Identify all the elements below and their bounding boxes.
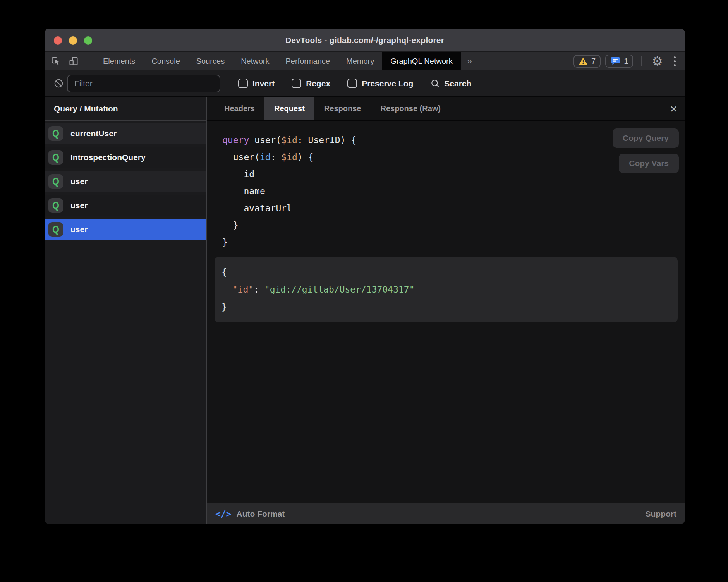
warning-count: 7 bbox=[591, 57, 596, 66]
query-type-badge: Q bbox=[48, 126, 63, 141]
query-name-label: user bbox=[70, 177, 88, 186]
search-toggle[interactable]: Search bbox=[430, 79, 471, 89]
window-title: DevTools - gitlab.com/-/graphql-explorer bbox=[285, 36, 444, 45]
devtools-tab-graphql-network[interactable]: GraphQL Network bbox=[382, 52, 460, 70]
settings-gear-icon[interactable]: ⚙ bbox=[649, 55, 665, 67]
query-list: QcurrentUserQIntrospectionQueryQuserQuse… bbox=[45, 121, 206, 243]
traffic-lights bbox=[54, 29, 92, 52]
customize-menu-icon[interactable] bbox=[670, 56, 680, 66]
toolbar-separator bbox=[641, 56, 642, 66]
query-name-label: user bbox=[70, 201, 88, 210]
auto-format-label: Auto Format bbox=[237, 509, 285, 519]
query-type-badge: Q bbox=[48, 150, 63, 165]
titlebar: DevTools - gitlab.com/-/graphql-explorer bbox=[45, 29, 685, 52]
devtools-window: DevTools - gitlab.com/-/graphql-explorer… bbox=[45, 29, 685, 524]
preserve-log-checkbox-box[interactable] bbox=[347, 79, 357, 88]
devtools-tab-performance[interactable]: Performance bbox=[278, 52, 338, 70]
filter-input[interactable] bbox=[67, 75, 220, 92]
request-detail-panel: HeadersRequestResponseResponse (Raw) × q… bbox=[207, 97, 685, 524]
preserve-log-checkbox-label: Preserve Log bbox=[362, 79, 413, 88]
request-tab-content: query user($id: UserID) { user(id: $id) … bbox=[207, 121, 685, 503]
warning-icon bbox=[579, 57, 588, 65]
detail-tabs: HeadersRequestResponseResponse (Raw) bbox=[215, 97, 450, 120]
devtools-tab-network[interactable]: Network bbox=[233, 52, 277, 70]
invert-checkbox[interactable]: Invert bbox=[238, 79, 275, 88]
main-split: Query / Mutation QcurrentUserQIntrospect… bbox=[45, 97, 685, 524]
query-name-label: user bbox=[70, 225, 88, 234]
graphql-query-code: query user($id: UserID) { user(id: $id) … bbox=[222, 132, 356, 251]
detail-tab-response-raw[interactable]: Response (Raw) bbox=[371, 97, 450, 120]
warnings-badge[interactable]: 7 bbox=[573, 55, 601, 68]
devtools-tabbar: ElementsConsoleSourcesNetworkPerformance… bbox=[45, 52, 685, 70]
auto-format-button[interactable]: </> Auto Format bbox=[215, 509, 285, 519]
issues-badge[interactable]: 1 bbox=[605, 55, 633, 68]
query-list-item[interactable]: Quser bbox=[45, 219, 206, 240]
preserve-log-checkbox[interactable]: Preserve Log bbox=[347, 79, 413, 88]
support-link[interactable]: Support bbox=[646, 509, 676, 519]
more-tabs-button[interactable]: » bbox=[461, 52, 478, 70]
invert-checkbox-label: Invert bbox=[252, 79, 275, 88]
query-list-item[interactable]: QcurrentUser bbox=[45, 123, 206, 144]
device-toolbar-icon[interactable] bbox=[65, 52, 82, 70]
tabbar-right-group: 7 1 ⚙ bbox=[573, 52, 685, 70]
filter-options: InvertRegexPreserve Log bbox=[238, 79, 413, 88]
detail-tab-response[interactable]: Response bbox=[314, 97, 371, 120]
close-window-button[interactable] bbox=[54, 36, 62, 45]
regex-checkbox[interactable]: Regex bbox=[292, 79, 330, 88]
devtools-tab-memory[interactable]: Memory bbox=[338, 52, 382, 70]
chat-icon bbox=[610, 56, 620, 66]
query-list-header: Query / Mutation bbox=[45, 97, 206, 121]
issues-count: 1 bbox=[624, 57, 628, 66]
inspect-element-icon[interactable] bbox=[47, 52, 65, 70]
invert-checkbox-box[interactable] bbox=[238, 79, 248, 88]
query-list-sidebar: Query / Mutation QcurrentUserQIntrospect… bbox=[45, 97, 207, 524]
regex-checkbox-label: Regex bbox=[306, 79, 330, 88]
search-icon bbox=[430, 79, 440, 89]
query-list-item[interactable]: QIntrospectionQuery bbox=[45, 147, 206, 168]
detail-tab-request[interactable]: Request bbox=[264, 97, 314, 120]
query-variables-box: { "id": "gid://gitlab/User/13704317" } bbox=[215, 257, 678, 322]
query-type-badge: Q bbox=[48, 198, 63, 213]
code-brackets-icon: </> bbox=[215, 509, 232, 519]
copy-query-button[interactable]: Copy Query bbox=[613, 128, 679, 148]
search-label: Search bbox=[444, 79, 471, 88]
query-type-badge: Q bbox=[48, 174, 63, 189]
devtools-tabs: ElementsConsoleSourcesNetworkPerformance… bbox=[95, 52, 461, 70]
regex-checkbox-box[interactable] bbox=[292, 79, 301, 88]
copy-buttons: Copy Query Copy Vars bbox=[613, 128, 679, 173]
query-list-item[interactable]: Quser bbox=[45, 195, 206, 216]
copy-vars-button[interactable]: Copy Vars bbox=[619, 154, 679, 173]
network-filter-bar: InvertRegexPreserve Log Search bbox=[45, 70, 685, 97]
maximize-window-button[interactable] bbox=[84, 36, 92, 45]
devtools-tab-elements[interactable]: Elements bbox=[95, 52, 143, 70]
detail-tab-headers[interactable]: Headers bbox=[215, 97, 264, 120]
clear-requests-icon[interactable] bbox=[50, 78, 67, 89]
panel-footer: </> Auto Format Support bbox=[207, 503, 685, 524]
toolbar-separator bbox=[86, 56, 86, 66]
query-type-badge: Q bbox=[48, 222, 63, 237]
detail-tabstrip: HeadersRequestResponseResponse (Raw) × bbox=[207, 97, 685, 121]
minimize-window-button[interactable] bbox=[69, 36, 77, 45]
close-panel-icon[interactable]: × bbox=[662, 103, 685, 115]
query-name-label: IntrospectionQuery bbox=[70, 153, 146, 162]
query-name-label: currentUser bbox=[70, 129, 117, 138]
devtools-tab-sources[interactable]: Sources bbox=[188, 52, 233, 70]
query-list-item[interactable]: Quser bbox=[45, 171, 206, 192]
devtools-tab-console[interactable]: Console bbox=[143, 52, 188, 70]
